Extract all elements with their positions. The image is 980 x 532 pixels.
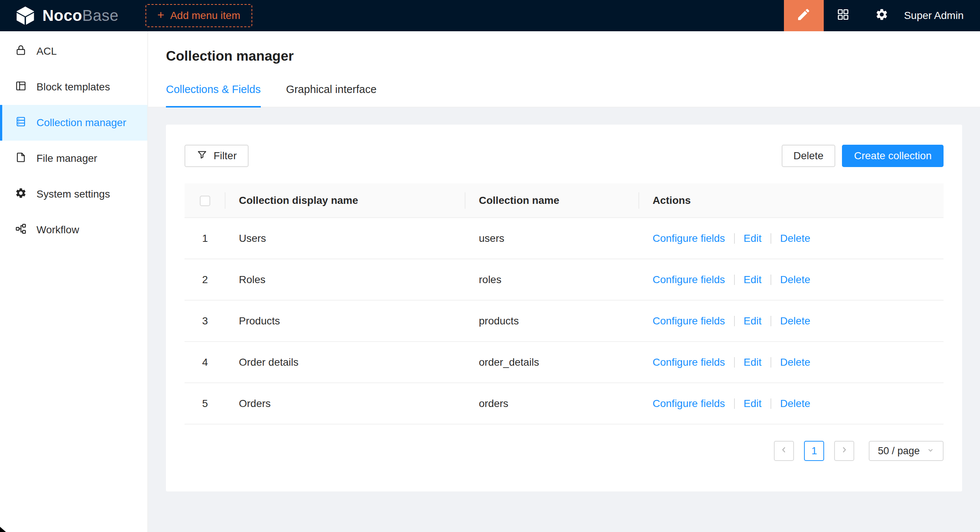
row-index: 1 <box>185 218 226 259</box>
select-all-checkbox[interactable] <box>200 196 210 206</box>
delete-link[interactable]: Delete <box>780 398 810 409</box>
main-area: Collection manager Collections & Fields … <box>148 31 980 532</box>
sidebar-item-label: Collection manager <box>37 117 126 129</box>
edit-link[interactable]: Edit <box>744 274 762 285</box>
cell-actions: Configure fieldsEditDelete <box>639 300 943 341</box>
cell-actions: Configure fieldsEditDelete <box>639 259 943 300</box>
edit-link[interactable]: Edit <box>744 232 762 244</box>
cursor-artifact <box>0 527 6 532</box>
action-divider <box>734 275 735 285</box>
filter-button[interactable]: Filter <box>185 145 248 167</box>
topbar-right-cluster: Super Admin <box>784 0 980 31</box>
table-row: 5 Orders orders Configure fieldsEditDele… <box>185 383 943 424</box>
delete-link[interactable]: Delete <box>780 356 810 368</box>
sidebar-item-label: Workflow <box>37 224 79 236</box>
action-divider <box>734 399 735 409</box>
sidebar-item-acl[interactable]: ACL <box>0 33 147 69</box>
configure-fields-link[interactable]: Configure fields <box>652 232 725 244</box>
page-number-button[interactable]: 1 <box>804 441 824 461</box>
cell-display-name: Users <box>226 218 465 259</box>
plugin-manager-button[interactable] <box>824 0 862 31</box>
highlighter-pen-icon <box>796 7 811 25</box>
action-divider <box>734 233 735 244</box>
tab-collections-and-fields[interactable]: Collections & Fields <box>166 83 261 107</box>
cell-collection-name: orders <box>465 383 639 424</box>
content-area: Filter Delete Create collection <box>148 108 980 532</box>
add-menu-item-button[interactable]: + Add menu item <box>145 4 252 27</box>
workflow-partition-icon <box>15 223 27 237</box>
delete-link[interactable]: Delete <box>780 315 810 327</box>
action-divider <box>770 275 771 285</box>
cell-collection-name: roles <box>465 259 639 300</box>
edit-link[interactable]: Edit <box>744 356 762 368</box>
configure-fields-link[interactable]: Configure fields <box>652 398 725 409</box>
page-size-value: 50 / page <box>878 445 920 457</box>
configure-fields-link[interactable]: Configure fields <box>652 356 725 368</box>
create-collection-button[interactable]: Create collection <box>842 145 943 167</box>
row-index: 3 <box>185 300 226 341</box>
delete-button[interactable]: Delete <box>782 145 836 167</box>
column-header-actions: Actions <box>639 183 943 218</box>
tab-bar: Collections & Fields Graphical interface <box>166 83 980 107</box>
settings-button[interactable] <box>862 0 901 31</box>
table-row: 3 Products products Configure fieldsEdit… <box>185 300 943 341</box>
sidebar-item-label: Block templates <box>37 81 110 93</box>
configure-fields-link[interactable]: Configure fields <box>652 315 725 327</box>
row-index: 5 <box>185 383 226 424</box>
filter-funnel-icon <box>196 149 208 163</box>
next-page-button[interactable] <box>834 441 854 461</box>
delete-link[interactable]: Delete <box>780 274 810 285</box>
tab-graphical-interface[interactable]: Graphical interface <box>286 83 377 107</box>
database-icon <box>15 116 27 130</box>
cell-display-name: Order details <box>226 341 465 383</box>
cell-collection-name: order_details <box>465 341 639 383</box>
page-size-select[interactable]: 50 / page <box>869 441 943 461</box>
table-row: 2 Roles roles Configure fieldsEditDelete <box>185 259 943 300</box>
brand-name-bold: Noco <box>42 7 82 25</box>
cell-display-name: Roles <box>226 259 465 300</box>
edit-link[interactable]: Edit <box>744 398 762 409</box>
brand-name: NocoBase <box>42 7 119 25</box>
table-row: 1 Users users Configure fieldsEditDelete <box>185 218 943 259</box>
action-divider <box>734 357 735 368</box>
cell-actions: Configure fieldsEditDelete <box>639 218 943 259</box>
sidebar-item-file-manager[interactable]: File manager <box>0 141 147 176</box>
filter-button-label: Filter <box>213 150 237 162</box>
collections-card: Filter Delete Create collection <box>166 125 962 491</box>
sidebar-item-collection-manager[interactable]: Collection manager <box>0 105 147 141</box>
action-divider <box>770 233 771 244</box>
action-divider <box>770 316 771 326</box>
edit-link[interactable]: Edit <box>744 315 762 327</box>
card-toolbar: Filter Delete Create collection <box>185 145 943 167</box>
configure-fields-link[interactable]: Configure fields <box>652 274 725 285</box>
table-row: 4 Order details order_details Configure … <box>185 341 943 383</box>
current-user-menu[interactable]: Super Admin <box>904 10 964 22</box>
cell-collection-name: products <box>465 300 639 341</box>
sidebar-item-label: System settings <box>37 188 110 200</box>
cell-display-name: Orders <box>226 383 465 424</box>
action-divider <box>770 399 771 409</box>
nocobase-logo-icon <box>15 5 36 26</box>
frame: ACL Block templates <box>0 31 980 532</box>
cell-display-name: Products <box>226 300 465 341</box>
sidebar-item-system-settings[interactable]: System settings <box>0 176 147 212</box>
chevron-right-icon <box>839 445 849 457</box>
row-index: 4 <box>185 341 226 383</box>
delete-link[interactable]: Delete <box>780 232 810 244</box>
gear-icon <box>15 187 27 202</box>
add-menu-item-label: Add menu item <box>170 10 240 22</box>
sidebar-item-workflow[interactable]: Workflow <box>0 212 147 248</box>
cell-actions: Configure fieldsEditDelete <box>639 341 943 383</box>
brand: NocoBase <box>15 5 119 26</box>
sidebar-item-block-templates[interactable]: Block templates <box>0 69 147 105</box>
page-header: Collection manager Collections & Fields … <box>148 31 980 108</box>
top-bar: NocoBase + Add menu item <box>0 0 980 31</box>
ui-editor-button[interactable] <box>784 0 824 31</box>
layout-icon <box>15 80 27 94</box>
column-header-name: Collection name <box>465 183 639 218</box>
chevron-left-icon <box>779 445 789 457</box>
toolbar-right: Delete Create collection <box>782 145 944 167</box>
cell-actions: Configure fieldsEditDelete <box>639 383 943 424</box>
action-divider <box>734 316 735 326</box>
prev-page-button[interactable] <box>774 441 794 461</box>
